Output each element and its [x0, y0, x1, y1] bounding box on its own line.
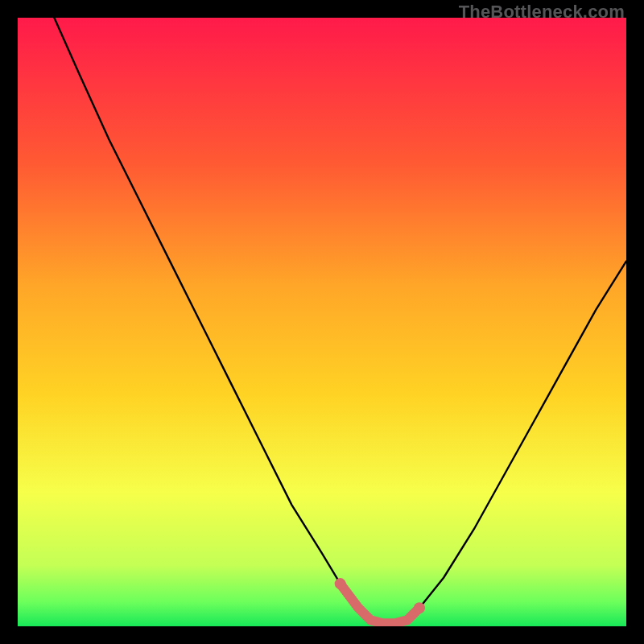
optimal-zone-end — [414, 602, 425, 613]
watermark-text: TheBottleneck.com — [459, 2, 625, 23]
chart-plot — [18, 18, 626, 626]
optimal-zone-start — [335, 578, 346, 589]
gradient-background — [18, 18, 626, 626]
chart-frame — [18, 18, 626, 626]
